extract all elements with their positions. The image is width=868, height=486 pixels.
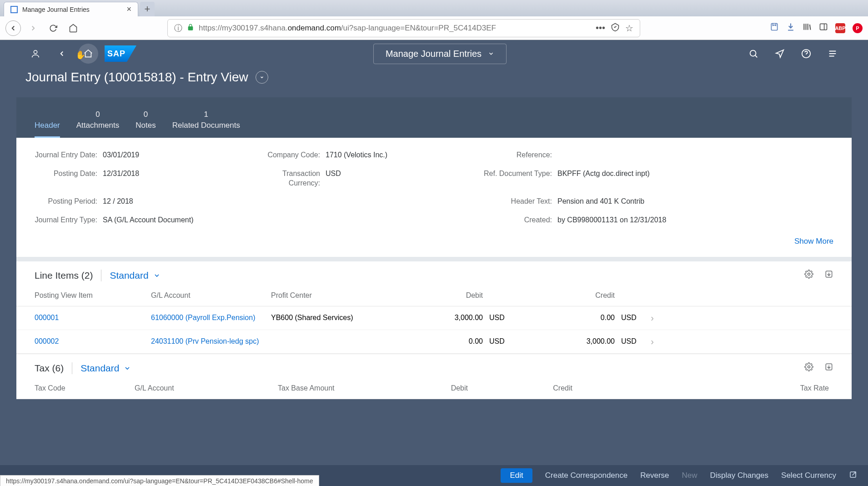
field-label: Journal Entry Date: bbox=[35, 150, 103, 160]
tax-section-bar: Tax (6) Standard bbox=[16, 354, 852, 378]
row-nav-icon[interactable]: › bbox=[640, 313, 654, 323]
browser-toolbar: ⓘ https://my300197.s4hana.ondemand.com/u… bbox=[0, 16, 868, 40]
table-row[interactable]: 00000161060000 (Payroll Exp.Pension)YB60… bbox=[16, 306, 852, 330]
browser-status-bar: https://my300197.s4hana.ondemand.com/ui?… bbox=[0, 475, 319, 486]
browser-home-button[interactable] bbox=[65, 20, 81, 36]
col-posting-view-item: Posting View Item bbox=[35, 291, 151, 300]
header-field: Posting Period:12 / 2018 bbox=[35, 197, 230, 206]
url-text: https://my300197.s4hana.ondemand.com/ui?… bbox=[199, 24, 591, 33]
header-field: Company Code:1710 (Velotics Inc.) bbox=[257, 150, 453, 160]
object-page-tabs: Header0Attachments0Notes1Related Documen… bbox=[16, 97, 852, 138]
browser-reload-button[interactable] bbox=[45, 20, 61, 36]
tab-favicon bbox=[10, 6, 18, 13]
site-info-icon[interactable]: ⓘ bbox=[174, 23, 182, 34]
tab-related-documents[interactable]: 1Related Documents bbox=[172, 110, 240, 138]
field-label: Posting Date: bbox=[35, 169, 103, 179]
edit-button[interactable]: Edit bbox=[501, 468, 532, 483]
url-bar[interactable]: ⓘ https://my300197.s4hana.ondemand.com/u… bbox=[167, 19, 640, 37]
debit-value: 0.00 bbox=[403, 337, 483, 346]
field-value: 03/01/2019 bbox=[103, 150, 139, 160]
share-icon[interactable] bbox=[849, 471, 857, 481]
gl-account-link[interactable]: 24031100 (Prv Pension-ledg spc) bbox=[151, 337, 259, 345]
field-label: Transaction Currency: bbox=[257, 169, 326, 188]
shell-title-dropdown[interactable]: Manage Journal Entries bbox=[373, 44, 507, 64]
tax-table-header: Tax Code G/L Account Tax Base Amount Deb… bbox=[16, 378, 852, 399]
create-correspondence-button[interactable]: Create Correspondence bbox=[545, 471, 627, 480]
svg-point-2 bbox=[34, 50, 37, 54]
abp-extension-icon[interactable]: ABP bbox=[835, 23, 845, 33]
credit-value: 0.00 bbox=[510, 314, 615, 322]
svg-point-3 bbox=[750, 50, 756, 56]
tax-title: Tax (6) bbox=[35, 363, 64, 374]
header-field: Created:by CB9980001131 on 12/31/2018 bbox=[480, 215, 833, 225]
settings-icon[interactable] bbox=[804, 362, 813, 374]
close-tab-icon[interactable]: × bbox=[126, 5, 131, 14]
line-items-variant-dropdown[interactable]: Standard bbox=[110, 270, 160, 281]
header-field: Journal Entry Type:SA (G/L Account Docum… bbox=[35, 215, 230, 225]
more-actions-icon[interactable]: ••• bbox=[596, 23, 605, 33]
col-debit: Debit bbox=[403, 291, 483, 300]
downloads-icon[interactable] bbox=[786, 22, 795, 34]
svg-rect-0 bbox=[771, 24, 777, 30]
display-changes-button[interactable]: Display Changes bbox=[710, 471, 769, 480]
svg-point-5 bbox=[808, 273, 810, 276]
posting-item-link[interactable]: 000001 bbox=[35, 314, 59, 321]
tab-notes[interactable]: 0Notes bbox=[135, 110, 156, 138]
tab-header[interactable]: Header bbox=[35, 110, 60, 138]
select-currency-button[interactable]: Select Currency bbox=[781, 471, 836, 480]
header-field: Ref. Document Type:BKPFF (Actg doc.direc… bbox=[480, 169, 833, 188]
menu-icon[interactable] bbox=[823, 44, 843, 64]
header-field: Header Text:Pension and 401 K Contrib bbox=[480, 197, 833, 206]
shell-bar: SAP Manage Journal Entries bbox=[0, 40, 868, 67]
gl-account-link[interactable]: 61060000 (Payroll Exp.Pension) bbox=[151, 314, 255, 321]
posting-item-link[interactable]: 000002 bbox=[35, 337, 59, 345]
row-nav-icon[interactable]: › bbox=[640, 336, 654, 347]
header-field: Reference: bbox=[480, 150, 833, 160]
col-credit: Credit bbox=[510, 291, 615, 300]
home-icon[interactable] bbox=[78, 44, 98, 64]
library-icon[interactable] bbox=[803, 22, 812, 34]
search-icon[interactable] bbox=[743, 44, 763, 64]
table-header: Posting View Item G/L Account Profit Cen… bbox=[16, 285, 852, 306]
credit-value: 3,000.00 bbox=[510, 337, 615, 346]
sidebar-icon[interactable] bbox=[819, 22, 828, 34]
reverse-button[interactable]: Reverse bbox=[640, 471, 669, 480]
app-container: SAP Manage Journal Entries ✋ Journal Ent… bbox=[0, 40, 868, 486]
table-row[interactable]: 00000224031100 (Prv Pension-ledg spc)0.0… bbox=[16, 330, 852, 354]
notifications-icon[interactable] bbox=[770, 44, 790, 64]
browser-tab[interactable]: Manage Journal Entries × bbox=[4, 2, 138, 16]
new-button: New bbox=[682, 471, 697, 480]
col-tax-rate: Tax Rate bbox=[572, 384, 833, 392]
bookmark-star-icon[interactable]: ☆ bbox=[625, 23, 633, 34]
title-variant-dropdown[interactable] bbox=[256, 71, 268, 84]
tab-attachments[interactable]: 0Attachments bbox=[76, 110, 120, 138]
col-credit: Credit bbox=[468, 384, 572, 392]
field-value: USD bbox=[326, 169, 341, 179]
tax-variant-dropdown[interactable]: Standard bbox=[80, 363, 131, 374]
line-items-table: Posting View Item G/L Account Profit Cen… bbox=[16, 285, 852, 354]
header-field: Transaction Currency:USD bbox=[257, 169, 453, 188]
field-label: Company Code: bbox=[257, 150, 326, 160]
col-profit-center: Profit Center bbox=[271, 291, 403, 300]
nav-back-icon[interactable] bbox=[52, 44, 72, 64]
separator bbox=[101, 270, 101, 281]
lock-icon bbox=[187, 24, 194, 33]
chevron-down-icon bbox=[488, 50, 494, 57]
field-label: Reference: bbox=[480, 150, 557, 160]
col-gl-account: G/L Account bbox=[151, 291, 271, 300]
help-icon[interactable] bbox=[796, 44, 816, 64]
settings-icon[interactable] bbox=[804, 270, 813, 281]
new-tab-button[interactable]: + bbox=[140, 2, 155, 16]
browser-tab-strip: Manage Journal Entries × + bbox=[0, 0, 868, 16]
field-value: Pension and 401 K Contrib bbox=[557, 197, 644, 206]
save-to-pocket-icon[interactable] bbox=[770, 22, 779, 34]
reader-icon[interactable] bbox=[611, 22, 620, 34]
field-value: 1710 (Velotics Inc.) bbox=[326, 150, 387, 160]
show-more-link[interactable]: Show More bbox=[794, 237, 833, 246]
pinterest-extension-icon[interactable]: P bbox=[853, 23, 863, 33]
user-icon[interactable] bbox=[25, 44, 45, 64]
browser-back-button[interactable] bbox=[5, 20, 21, 36]
export-icon[interactable] bbox=[824, 270, 833, 281]
export-icon[interactable] bbox=[824, 362, 833, 374]
svg-point-7 bbox=[808, 366, 810, 368]
